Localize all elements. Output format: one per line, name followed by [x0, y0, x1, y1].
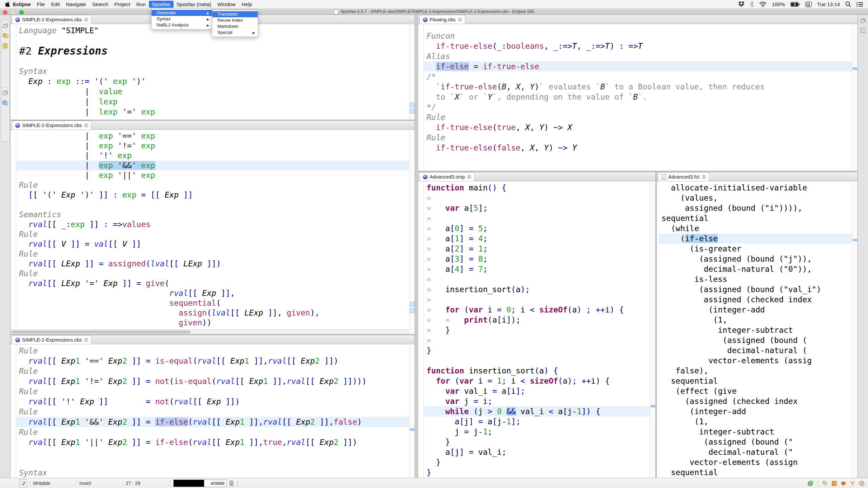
- spotlight-search-icon[interactable]: [845, 1, 851, 7]
- close-tab-icon[interactable]: [82, 17, 88, 22]
- code-line[interactable]: Rule: [19, 229, 409, 239]
- code-line[interactable]: »: [427, 335, 650, 345]
- code-line[interactable]: var j = i;: [427, 396, 650, 406]
- menu-project[interactable]: Project: [111, 1, 133, 8]
- dropbox-icon[interactable]: [738, 1, 745, 7]
- code-line[interactable]: if-else = if-true-else: [424, 61, 852, 72]
- orange-book-icon[interactable]: [831, 481, 837, 486]
- code-line[interactable]: decimal-natural (": [662, 447, 852, 457]
- code-line[interactable]: (assigned (checked index: [662, 396, 852, 406]
- code-line[interactable]: | '!' exp: [19, 151, 409, 161]
- green-layers-icon[interactable]: [808, 481, 813, 486]
- code-line[interactable]: » a[1] = 4;: [427, 233, 650, 244]
- occurrence-marker[interactable]: [651, 405, 655, 407]
- code-line[interactable]: }: [427, 437, 650, 447]
- code-line[interactable]: »: [427, 213, 650, 223]
- menu-item-syntax[interactable]: Syntax: [152, 16, 212, 22]
- code-line[interactable]: rval[[ _:exp ]] : =>values: [19, 220, 409, 229]
- code-line[interactable]: Rule: [19, 346, 409, 356]
- code-line[interactable]: (assigned (bound (": [662, 437, 852, 447]
- code-line[interactable]: [427, 355, 650, 366]
- restore-view-icon[interactable]: [861, 19, 865, 23]
- orange-cap-icon[interactable]: [841, 481, 846, 486]
- code-line[interactable]: [19, 447, 409, 458]
- yellow-fork-icon[interactable]: [850, 481, 855, 486]
- menu-search[interactable]: Search: [89, 1, 112, 8]
- code-line[interactable]: (values,: [662, 193, 852, 203]
- notification-list-icon[interactable]: [856, 2, 863, 7]
- code-line[interactable]: (effect (give: [662, 386, 852, 396]
- code-line[interactable]: » a[4] = 7;: [427, 264, 650, 274]
- code-line[interactable]: (integer-add: [662, 305, 852, 315]
- code-line[interactable]: | lexp '=' exp: [19, 107, 409, 117]
- code-line[interactable]: rval[[ Exp1 '&&' Exp2 ]] = if-else(rval[…: [16, 417, 409, 427]
- code-line[interactable]: » var a[5];: [427, 203, 650, 213]
- overview-ruler[interactable]: [409, 130, 415, 334]
- editor-simple2-bottom[interactable]: SIMPLE-2-Expressions.cbs Rule rval[[ Exp…: [10, 335, 415, 479]
- code-line[interactable]: Syntax: [19, 66, 409, 76]
- code-line[interactable]: for (var i = 1; i < sizeOf(a); ++i) {: [427, 376, 650, 386]
- code-line[interactable]: while (j > 0 && val_i < a[j-1]) {: [424, 406, 650, 416]
- outline-view-icon[interactable]: [861, 28, 865, 33]
- horizontal-scrollbar[interactable]: [11, 329, 409, 334]
- code-line[interactable]: Rule: [19, 407, 409, 417]
- package-explorer-icon[interactable]: [3, 33, 8, 39]
- code-area[interactable]: Language "SIMPLE" #2 Expressions Syntax …: [16, 24, 409, 120]
- code-line[interactable]: decimal-natural ("0")),: [662, 264, 852, 274]
- close-tab-icon[interactable]: [82, 337, 88, 343]
- code-line[interactable]: vector-elements (assig: [662, 355, 852, 366]
- code-line[interactable]: a[j] = a[j-1];: [427, 416, 650, 427]
- editor-simple2-middle[interactable]: SIMPLE-2-Expressions.cbs | exp '==' exp …: [10, 120, 415, 334]
- code-line[interactable]: | exp '||' exp: [19, 170, 409, 180]
- menu-item-special[interactable]: Special: [212, 29, 258, 36]
- code-area[interactable]: allocate-initialised-variable (values, a…: [657, 181, 852, 478]
- code-line[interactable]: sequential: [662, 376, 852, 386]
- code-line[interactable]: Alias: [427, 51, 852, 61]
- code-line[interactable]: Rule: [427, 133, 852, 143]
- close-window-button[interactable]: [3, 10, 7, 15]
- code-line[interactable]: [19, 36, 409, 46]
- code-line[interactable]: rval[[ LExp ]] = assigned(lval[[ LExp ]]…: [19, 259, 409, 269]
- occurrence-marker[interactable]: [410, 308, 415, 313]
- code-line[interactable]: Semantics: [19, 210, 409, 220]
- menu-item-generate[interactable]: Generate: [152, 10, 212, 16]
- code-line[interactable]: }: [427, 467, 650, 477]
- code-line[interactable]: [19, 56, 409, 66]
- code-line[interactable]: Rule: [19, 180, 409, 190]
- tab-simple-2-expressions[interactable]: SIMPLE-2-Expressions.cbs: [12, 335, 92, 344]
- code-line[interactable]: (1,: [662, 416, 852, 427]
- restore-view-icon[interactable]: [3, 91, 8, 95]
- code-line[interactable]: [19, 200, 409, 210]
- orange-wheel-icon[interactable]: [859, 481, 865, 486]
- scrollbar-thumb[interactable]: [11, 330, 191, 333]
- restore-view-icon[interactable]: [3, 24, 8, 28]
- code-line[interactable]: »: [427, 193, 650, 203]
- code-line[interactable]: (integer-add: [662, 406, 852, 416]
- code-line[interactable]: rval[[ V ]] = val[[ V ]]: [19, 239, 409, 249]
- code-line[interactable]: assigned (bound ("i")))),: [662, 203, 852, 213]
- clock[interactable]: Tue 13:14: [817, 1, 840, 7]
- code-line[interactable]: [19, 458, 409, 468]
- code-line[interactable]: Rule: [427, 112, 852, 122]
- heap-status[interactable]: 4096M: [173, 480, 226, 487]
- menu-window[interactable]: Window: [214, 1, 238, 8]
- code-line[interactable]: function insertion_sort(a) {: [427, 366, 650, 376]
- code-line[interactable]: | exp '&&' exp: [16, 161, 409, 170]
- code-line[interactable]: »: [427, 294, 650, 305]
- code-line[interactable]: » a[2] = 1;: [427, 244, 650, 254]
- code-line[interactable]: sequential: [662, 467, 852, 477]
- code-line[interactable]: to `X` or `Y`, depending on the value of…: [427, 92, 852, 102]
- code-line[interactable]: assigned (checked index: [662, 294, 852, 305]
- code-line[interactable]: }: [427, 457, 650, 467]
- code-line[interactable]: (assigned (bound (: [662, 335, 852, 345]
- overview-ruler[interactable]: [852, 181, 857, 478]
- code-line[interactable]: var val_i = a[i];: [427, 386, 650, 396]
- code-line[interactable]: rval[[ Exp1 '!=' Exp2 ]] = not(is-equal(…: [19, 376, 409, 386]
- code-line[interactable]: #2 Expressions: [19, 46, 409, 56]
- code-line[interactable]: (1,: [662, 315, 852, 325]
- code-line[interactable]: (assigned (bound ("j")),: [662, 254, 852, 264]
- code-line[interactable]: (is-greater: [662, 244, 852, 254]
- code-area[interactable]: | exp '==' exp | exp '!=' exp | '!' exp …: [16, 130, 409, 334]
- code-line[interactable]: » a[3] = 8;: [427, 254, 650, 264]
- menu-file[interactable]: File: [34, 1, 48, 8]
